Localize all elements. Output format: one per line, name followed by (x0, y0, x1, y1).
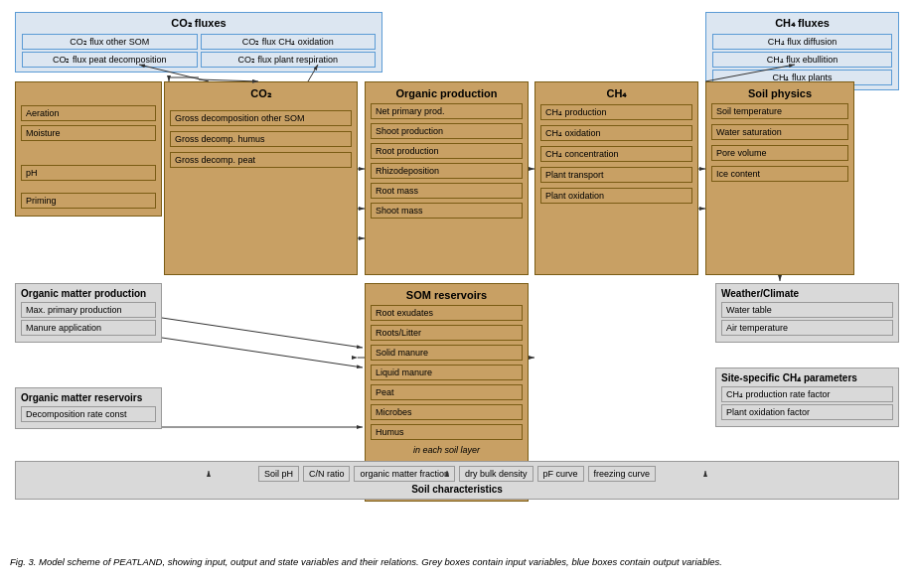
co2-left-item-1: Moisture (21, 125, 156, 141)
co2-left-item-0: Aeration (21, 105, 156, 121)
co2-flux-item-0: CO₂ flux other SOM (22, 34, 198, 50)
ch4-item-4: Plant oxidation (540, 188, 692, 204)
organic-matter-res-title: Organic matter reservoirs (21, 392, 156, 403)
ch4-item-2: CH₄ concentration (540, 146, 692, 162)
organic-matter-prod-box: Organic matter production Max. primary p… (15, 283, 162, 343)
soil-physics-module: Soil physics Soil temperature Water satu… (705, 81, 854, 275)
som-item-0: Root exudates (371, 305, 523, 321)
organic-module-title: Organic production (371, 87, 523, 99)
ch4-module: CH₄ CH₄ production CH₄ oxidation CH₄ con… (534, 81, 698, 275)
som-subtitle: in each soil layer (371, 445, 523, 455)
ch4-item-3: Plant transport (540, 167, 692, 183)
co2-left-inputs: Aeration Moisture pH Priming (15, 81, 162, 217)
som-item-2: Solid manure (371, 345, 523, 361)
site-specific-box: Site-specific CH₄ parameters CH₄ product… (715, 368, 899, 427)
soil-characteristics-box: Soil pH C/N ratio organic matter fractio… (15, 461, 899, 500)
soil-physics-title: Soil physics (711, 87, 848, 99)
site-specific-item-0: CH₄ production rate factor (721, 386, 893, 402)
site-specific-item-1: Plant oxidation factor (721, 404, 893, 420)
co2-left-item-3: Priming (21, 193, 156, 209)
organic-production-module: Organic production Net primary prod. Sho… (365, 81, 529, 275)
svg-line-10 (162, 338, 363, 368)
organic-item-1: Shoot production (371, 123, 523, 139)
organic-item-4: Root mass (371, 183, 523, 199)
co2-flux-item-1: CO₂ flux peat decomposition (22, 52, 198, 68)
organic-item-5: Shoot mass (371, 203, 523, 219)
soil-char-item-2: organic matter fraction (354, 466, 455, 482)
organic-item-2: Root production (371, 143, 523, 159)
ch4-fluxes-title: CH₄ fluxes (712, 17, 892, 30)
organic-matter-prod-item-1: Manure application (21, 320, 156, 336)
co2-flux-item-3: CO₂ flux plant respiration (201, 52, 377, 68)
figure-caption: Fig. 3. Model scheme of PEATLAND, showin… (10, 555, 904, 568)
organic-matter-res-box: Organic matter reservoirs Decomposition … (15, 387, 162, 429)
organic-item-0: Net primary prod. (371, 103, 523, 119)
som-item-5: Microbes (371, 404, 523, 420)
organic-item-3: Rhizodeposition (371, 163, 523, 179)
soil-physics-item-1: Water saturation (711, 124, 848, 140)
ch4-item-0: CH₄ production (540, 104, 692, 120)
soil-chars-title: Soil characteristics (24, 484, 890, 495)
weather-box: Weather/Climate Water table Air temperat… (715, 283, 899, 343)
weather-item-0: Water table (721, 302, 893, 318)
soil-char-item-0: Soil pH (258, 466, 299, 482)
co2-left-item-2: pH (21, 165, 156, 181)
som-module-title: SOM reservoirs (371, 289, 523, 301)
organic-matter-prod-title: Organic matter production (21, 288, 156, 299)
ch4-fluxes-box: CH₄ fluxes CH₄ flux diffusion CH₄ flux e… (705, 12, 899, 90)
soil-char-item-4: pF curve (537, 466, 584, 482)
som-item-6: Humus (371, 424, 523, 440)
soil-physics-item-0: Soil temperature (711, 103, 848, 119)
co2-right-item-1: Gross decomp. humus (170, 131, 352, 147)
soil-physics-item-3: Ice content (711, 166, 848, 182)
soil-physics-item-2: Pore volume (711, 145, 848, 161)
co2-fluxes-box: CO₂ fluxes CO₂ flux other SOM CO₂ flux p… (15, 12, 382, 73)
weather-item-1: Air temperature (721, 320, 893, 336)
soil-char-item-1: C/N ratio (303, 466, 351, 482)
co2-right-item-2: Gross decomp. peat (170, 152, 352, 168)
weather-title: Weather/Climate (721, 288, 893, 299)
ch4-flux-item-1: CH₄ flux ebullition (712, 52, 892, 68)
soil-char-item-3: dry bulk density (459, 466, 533, 482)
co2-right-item-0: Gross decomposition other SOM (170, 110, 352, 126)
site-specific-title: Site-specific CH₄ parameters (721, 372, 893, 383)
svg-line-9 (162, 318, 363, 348)
co2-module-title: CO₂ (170, 87, 352, 100)
soil-char-item-5: freezing curve (588, 466, 657, 482)
som-item-1: Roots/Litter (371, 325, 523, 341)
co2-flux-item-2: CO₂ flux CH₄ oxidation (201, 34, 377, 50)
co2-module: CO₂ Gross decomposition other SOM Gross … (164, 81, 358, 275)
som-item-4: Peat (371, 384, 523, 400)
diagram-container: CO₂ fluxes CO₂ flux other SOM CO₂ flux p… (10, 10, 904, 551)
co2-fluxes-title: CO₂ fluxes (22, 17, 376, 30)
ch4-module-title: CH₄ (540, 87, 692, 100)
ch4-item-1: CH₄ oxidation (540, 125, 692, 141)
ch4-flux-item-0: CH₄ flux diffusion (712, 34, 892, 50)
organic-matter-res-item-0: Decomposition rate const (21, 406, 156, 422)
som-item-3: Liquid manure (371, 365, 523, 380)
organic-matter-prod-item-0: Max. primary production (21, 302, 156, 318)
